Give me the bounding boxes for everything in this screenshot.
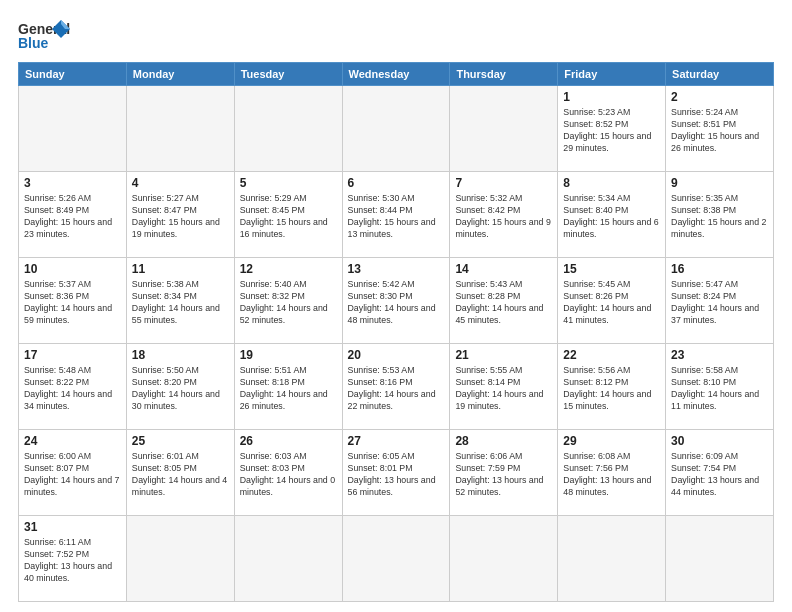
- day-number: 27: [348, 433, 445, 449]
- calendar-cell: 18Sunrise: 5:50 AM Sunset: 8:20 PM Dayli…: [126, 344, 234, 430]
- generalblue-logo-icon: GeneralBlue: [18, 18, 78, 54]
- day-info: Sunrise: 5:51 AM Sunset: 8:18 PM Dayligh…: [240, 365, 337, 413]
- calendar-header: SundayMondayTuesdayWednesdayThursdayFrid…: [19, 63, 774, 86]
- day-info: Sunrise: 6:05 AM Sunset: 8:01 PM Dayligh…: [348, 451, 445, 499]
- calendar-cell: [666, 516, 774, 602]
- calendar-cell: 11Sunrise: 5:38 AM Sunset: 8:34 PM Dayli…: [126, 258, 234, 344]
- day-number: 23: [671, 347, 768, 363]
- calendar-cell: 27Sunrise: 6:05 AM Sunset: 8:01 PM Dayli…: [342, 430, 450, 516]
- day-info: Sunrise: 6:06 AM Sunset: 7:59 PM Dayligh…: [455, 451, 552, 499]
- day-info: Sunrise: 5:40 AM Sunset: 8:32 PM Dayligh…: [240, 279, 337, 327]
- calendar-cell: 6Sunrise: 5:30 AM Sunset: 8:44 PM Daylig…: [342, 172, 450, 258]
- day-info: Sunrise: 5:42 AM Sunset: 8:30 PM Dayligh…: [348, 279, 445, 327]
- calendar-cell: [342, 86, 450, 172]
- day-info: Sunrise: 6:08 AM Sunset: 7:56 PM Dayligh…: [563, 451, 660, 499]
- day-number: 3: [24, 175, 121, 191]
- day-number: 25: [132, 433, 229, 449]
- day-info: Sunrise: 5:43 AM Sunset: 8:28 PM Dayligh…: [455, 279, 552, 327]
- calendar-cell: 29Sunrise: 6:08 AM Sunset: 7:56 PM Dayli…: [558, 430, 666, 516]
- day-number: 19: [240, 347, 337, 363]
- day-info: Sunrise: 5:47 AM Sunset: 8:24 PM Dayligh…: [671, 279, 768, 327]
- calendar-cell: 7Sunrise: 5:32 AM Sunset: 8:42 PM Daylig…: [450, 172, 558, 258]
- calendar-week-6: 31Sunrise: 6:11 AM Sunset: 7:52 PM Dayli…: [19, 516, 774, 602]
- calendar-cell: 31Sunrise: 6:11 AM Sunset: 7:52 PM Dayli…: [19, 516, 127, 602]
- calendar-cell: [234, 86, 342, 172]
- weekday-header-thursday: Thursday: [450, 63, 558, 86]
- calendar-cell: [342, 516, 450, 602]
- calendar-cell: 23Sunrise: 5:58 AM Sunset: 8:10 PM Dayli…: [666, 344, 774, 430]
- day-number: 30: [671, 433, 768, 449]
- calendar-cell: 25Sunrise: 6:01 AM Sunset: 8:05 PM Dayli…: [126, 430, 234, 516]
- day-number: 14: [455, 261, 552, 277]
- day-info: Sunrise: 5:48 AM Sunset: 8:22 PM Dayligh…: [24, 365, 121, 413]
- day-info: Sunrise: 5:34 AM Sunset: 8:40 PM Dayligh…: [563, 193, 660, 241]
- calendar-cell: 14Sunrise: 5:43 AM Sunset: 8:28 PM Dayli…: [450, 258, 558, 344]
- day-info: Sunrise: 6:09 AM Sunset: 7:54 PM Dayligh…: [671, 451, 768, 499]
- day-info: Sunrise: 5:29 AM Sunset: 8:45 PM Dayligh…: [240, 193, 337, 241]
- calendar-cell: [450, 86, 558, 172]
- day-info: Sunrise: 5:37 AM Sunset: 8:36 PM Dayligh…: [24, 279, 121, 327]
- header: GeneralBlue: [18, 18, 774, 54]
- day-number: 6: [348, 175, 445, 191]
- day-info: Sunrise: 6:11 AM Sunset: 7:52 PM Dayligh…: [24, 537, 121, 585]
- weekday-header-tuesday: Tuesday: [234, 63, 342, 86]
- weekday-header-row: SundayMondayTuesdayWednesdayThursdayFrid…: [19, 63, 774, 86]
- day-number: 1: [563, 89, 660, 105]
- calendar-cell: 30Sunrise: 6:09 AM Sunset: 7:54 PM Dayli…: [666, 430, 774, 516]
- day-info: Sunrise: 5:56 AM Sunset: 8:12 PM Dayligh…: [563, 365, 660, 413]
- day-number: 2: [671, 89, 768, 105]
- calendar-cell: 3Sunrise: 5:26 AM Sunset: 8:49 PM Daylig…: [19, 172, 127, 258]
- day-info: Sunrise: 5:26 AM Sunset: 8:49 PM Dayligh…: [24, 193, 121, 241]
- weekday-header-wednesday: Wednesday: [342, 63, 450, 86]
- calendar-cell: 8Sunrise: 5:34 AM Sunset: 8:40 PM Daylig…: [558, 172, 666, 258]
- calendar-cell: 13Sunrise: 5:42 AM Sunset: 8:30 PM Dayli…: [342, 258, 450, 344]
- calendar-cell: 21Sunrise: 5:55 AM Sunset: 8:14 PM Dayli…: [450, 344, 558, 430]
- day-number: 13: [348, 261, 445, 277]
- day-info: Sunrise: 5:27 AM Sunset: 8:47 PM Dayligh…: [132, 193, 229, 241]
- day-info: Sunrise: 5:50 AM Sunset: 8:20 PM Dayligh…: [132, 365, 229, 413]
- day-info: Sunrise: 5:23 AM Sunset: 8:52 PM Dayligh…: [563, 107, 660, 155]
- calendar-cell: [450, 516, 558, 602]
- day-number: 15: [563, 261, 660, 277]
- weekday-header-saturday: Saturday: [666, 63, 774, 86]
- calendar-cell: [558, 516, 666, 602]
- day-number: 18: [132, 347, 229, 363]
- day-number: 16: [671, 261, 768, 277]
- day-number: 8: [563, 175, 660, 191]
- day-number: 10: [24, 261, 121, 277]
- calendar-cell: 19Sunrise: 5:51 AM Sunset: 8:18 PM Dayli…: [234, 344, 342, 430]
- calendar-cell: 2Sunrise: 5:24 AM Sunset: 8:51 PM Daylig…: [666, 86, 774, 172]
- calendar-cell: [126, 86, 234, 172]
- page: GeneralBlue SundayMondayTuesdayWednesday…: [0, 0, 792, 612]
- calendar-body: 1Sunrise: 5:23 AM Sunset: 8:52 PM Daylig…: [19, 86, 774, 602]
- calendar-week-4: 17Sunrise: 5:48 AM Sunset: 8:22 PM Dayli…: [19, 344, 774, 430]
- day-info: Sunrise: 6:03 AM Sunset: 8:03 PM Dayligh…: [240, 451, 337, 499]
- day-number: 9: [671, 175, 768, 191]
- calendar-cell: 24Sunrise: 6:00 AM Sunset: 8:07 PM Dayli…: [19, 430, 127, 516]
- day-number: 11: [132, 261, 229, 277]
- calendar-week-5: 24Sunrise: 6:00 AM Sunset: 8:07 PM Dayli…: [19, 430, 774, 516]
- calendar-cell: 20Sunrise: 5:53 AM Sunset: 8:16 PM Dayli…: [342, 344, 450, 430]
- calendar-cell: 9Sunrise: 5:35 AM Sunset: 8:38 PM Daylig…: [666, 172, 774, 258]
- calendar-cell: 12Sunrise: 5:40 AM Sunset: 8:32 PM Dayli…: [234, 258, 342, 344]
- day-number: 17: [24, 347, 121, 363]
- calendar-cell: [126, 516, 234, 602]
- day-info: Sunrise: 6:00 AM Sunset: 8:07 PM Dayligh…: [24, 451, 121, 499]
- calendar-week-2: 3Sunrise: 5:26 AM Sunset: 8:49 PM Daylig…: [19, 172, 774, 258]
- calendar-cell: 5Sunrise: 5:29 AM Sunset: 8:45 PM Daylig…: [234, 172, 342, 258]
- day-number: 24: [24, 433, 121, 449]
- calendar-cell: 10Sunrise: 5:37 AM Sunset: 8:36 PM Dayli…: [19, 258, 127, 344]
- weekday-header-friday: Friday: [558, 63, 666, 86]
- calendar-cell: 28Sunrise: 6:06 AM Sunset: 7:59 PM Dayli…: [450, 430, 558, 516]
- calendar-cell: [19, 86, 127, 172]
- calendar-table: SundayMondayTuesdayWednesdayThursdayFrid…: [18, 62, 774, 602]
- day-info: Sunrise: 5:32 AM Sunset: 8:42 PM Dayligh…: [455, 193, 552, 241]
- day-number: 4: [132, 175, 229, 191]
- day-number: 21: [455, 347, 552, 363]
- day-number: 22: [563, 347, 660, 363]
- calendar-cell: [234, 516, 342, 602]
- weekday-header-sunday: Sunday: [19, 63, 127, 86]
- day-info: Sunrise: 5:30 AM Sunset: 8:44 PM Dayligh…: [348, 193, 445, 241]
- day-info: Sunrise: 5:38 AM Sunset: 8:34 PM Dayligh…: [132, 279, 229, 327]
- day-number: 31: [24, 519, 121, 535]
